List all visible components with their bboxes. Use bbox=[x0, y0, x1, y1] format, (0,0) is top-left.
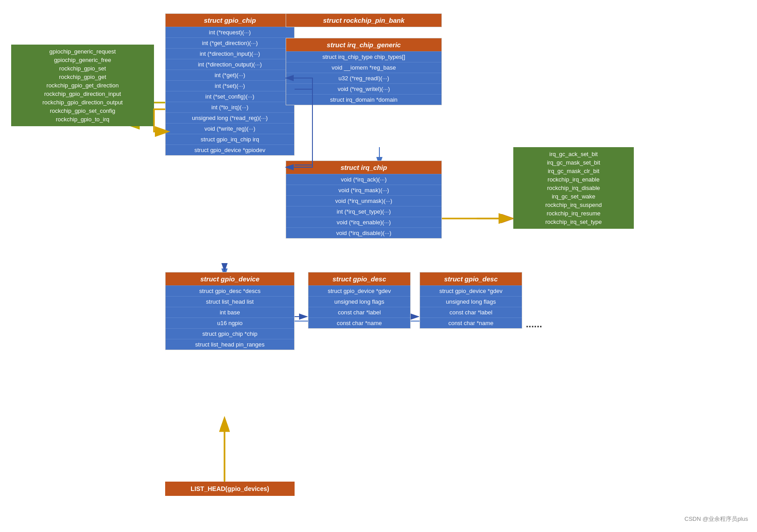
struct-gpio-chip: struct gpio_chip int (*request)(···) int… bbox=[165, 13, 295, 156]
struct-gpio-device: struct gpio_device struct gpio_desc *des… bbox=[165, 272, 295, 350]
gpio-func-2: rockchip_gpio_set bbox=[16, 64, 150, 73]
gpio-device-field-2: int base bbox=[166, 307, 294, 318]
gpio-func-4: rockchip_gpio_get_direction bbox=[16, 81, 150, 90]
struct-gpio-chip-header: struct gpio_chip bbox=[166, 14, 294, 27]
struct-irq-chip-header: struct irq_chip bbox=[286, 161, 441, 174]
irq-func-5: irq_gc_set_wake bbox=[518, 192, 629, 201]
irq-chip-generic-field-0: struct irq_chip_type chip_types[] bbox=[286, 51, 441, 62]
gpio-func-7: rockchip_gpio_set_config bbox=[16, 107, 150, 115]
gpio-chip-field-0: int (*request)(···) bbox=[166, 27, 294, 37]
gpio-func-5: rockchip_gpio_direction_input bbox=[16, 90, 150, 98]
irq-func-6: rockchip_irq_suspend bbox=[518, 201, 629, 209]
gpio-func-6: rockchip_gpio_direction_output bbox=[16, 98, 150, 107]
gpio-func-1: gpiochip_generic_free bbox=[16, 56, 150, 64]
irq-func-4: rockchip_irq_disable bbox=[518, 184, 629, 192]
gpio-device-field-1: struct list_head list bbox=[166, 296, 294, 307]
struct-rockchip-pin-bank-header: struct rockchip_pin_bank bbox=[286, 14, 441, 27]
irq-chip-field-4: void (*irq_enable)(···) bbox=[286, 217, 441, 227]
irq-chip-field-5: void (*irq_disable)(···) bbox=[286, 227, 441, 238]
gpio-chip-field-5: int (*set)(···) bbox=[166, 80, 294, 91]
gpio-desc-1-field-2: const char *label bbox=[308, 307, 410, 318]
gpio-device-field-0: struct gpio_desc *descs bbox=[166, 285, 294, 296]
watermark: CSDN @业余程序员plus bbox=[685, 515, 749, 523]
list-head-label: LIST_HEAD(gpio_devices) bbox=[191, 485, 269, 492]
struct-gpio-desc-1-header: struct gpio_desc bbox=[308, 272, 410, 285]
gpio-chip-field-2: int (*direction_input)(···) bbox=[166, 48, 294, 59]
irq-chip-generic-field-1: void __iomem *reg_base bbox=[286, 62, 441, 73]
irq-func-3: rockchip_irq_enable bbox=[518, 175, 629, 184]
struct-rockchip-pin-bank: struct rockchip_pin_bank bbox=[286, 13, 442, 27]
struct-gpio-desc-2: struct gpio_desc struct gpio_device *gde… bbox=[420, 272, 522, 329]
irq-func-8: rockchip_irq_set_type bbox=[518, 218, 629, 226]
gpio-chip-field-11: struct gpio_device *gpiodev bbox=[166, 144, 294, 155]
irq-chip-field-2: void (*irq_unmask)(···) bbox=[286, 195, 441, 206]
gpio-device-field-5: struct list_head pin_ranges bbox=[166, 339, 294, 350]
gpio-device-field-4: struct gpio_chip *chip bbox=[166, 328, 294, 339]
irq-chip-field-1: void (*irq_mask)(···) bbox=[286, 185, 441, 195]
diagram-container: struct gpio_chip int (*request)(···) int… bbox=[0, 0, 757, 532]
irq-chip-generic-field-4: struct irq_domain *domain bbox=[286, 94, 441, 105]
struct-gpio-device-header: struct gpio_device bbox=[166, 272, 294, 285]
struct-gpio-desc-2-header: struct gpio_desc bbox=[420, 272, 522, 285]
struct-irq-chip-generic: struct irq_chip_generic struct irq_chip_… bbox=[286, 38, 442, 105]
gpio-chip-field-8: unsigned long (*read_reg)(···) bbox=[166, 112, 294, 123]
gpio-func-0: gpiochip_generic_request bbox=[16, 47, 150, 56]
gpio-chip-functions-list: gpiochip_generic_request gpiochip_generi… bbox=[11, 45, 154, 126]
gpio-desc-2-field-1: unsigned long flags bbox=[420, 296, 522, 307]
gpio-desc-1-field-1: unsigned long flags bbox=[308, 296, 410, 307]
gpio-chip-field-9: void (*write_reg)(···) bbox=[166, 123, 294, 134]
gpio-chip-field-1: int (*get_direction)(···) bbox=[166, 37, 294, 48]
gpio-desc-2-field-0: struct gpio_device *gdev bbox=[420, 285, 522, 296]
gpio-desc-2-field-2: const char *label bbox=[420, 307, 522, 318]
gpio-desc-2-field-3: const char *name bbox=[420, 318, 522, 328]
ellipsis: ······ bbox=[526, 321, 542, 333]
gpio-func-3: rockchip_gpio_get bbox=[16, 73, 150, 81]
irq-func-0: irq_gc_ack_set_bit bbox=[518, 150, 629, 158]
struct-irq-chip-generic-header: struct irq_chip_generic bbox=[286, 38, 441, 51]
irq-chip-field-3: int (*irq_set_type)(···) bbox=[286, 206, 441, 217]
irq-chip-generic-field-2: u32 (*reg_readl)(···) bbox=[286, 73, 441, 83]
gpio-chip-field-7: int (*to_irq)(···) bbox=[166, 102, 294, 112]
gpio-chip-field-3: int (*direction_output)(···) bbox=[166, 59, 294, 70]
struct-gpio-desc-1: struct gpio_desc struct gpio_device *gde… bbox=[308, 272, 411, 329]
gpio-desc-1-field-3: const char *name bbox=[308, 318, 410, 328]
irq-func-1: irq_gc_mask_set_bit bbox=[518, 158, 629, 167]
irq-chip-field-0: void (*irq_ack)(···) bbox=[286, 174, 441, 185]
gpio-func-8: rockchip_gpio_to_irq bbox=[16, 115, 150, 124]
list-head-gpio-devices: LIST_HEAD(gpio_devices) bbox=[165, 482, 295, 496]
gpio-device-field-3: u16 ngpio bbox=[166, 318, 294, 328]
gpio-chip-field-6: int (*set_config)(···) bbox=[166, 91, 294, 102]
gpio-chip-field-4: int (*get)(···) bbox=[166, 70, 294, 80]
irq-func-7: rockchip_irq_resume bbox=[518, 209, 629, 218]
irq-chip-generic-field-3: void (*reg_writel)(···) bbox=[286, 83, 441, 94]
gpio-chip-field-10: struct gpio_irq_chip irq bbox=[166, 134, 294, 144]
struct-irq-chip: struct irq_chip void (*irq_ack)(···) voi… bbox=[286, 161, 442, 239]
irq-chip-functions-list: irq_gc_ack_set_bit irq_gc_mask_set_bit i… bbox=[513, 147, 634, 229]
gpio-desc-1-field-0: struct gpio_device *gdev bbox=[308, 285, 410, 296]
irq-func-2: irq_gc_mask_clr_bit bbox=[518, 167, 629, 175]
